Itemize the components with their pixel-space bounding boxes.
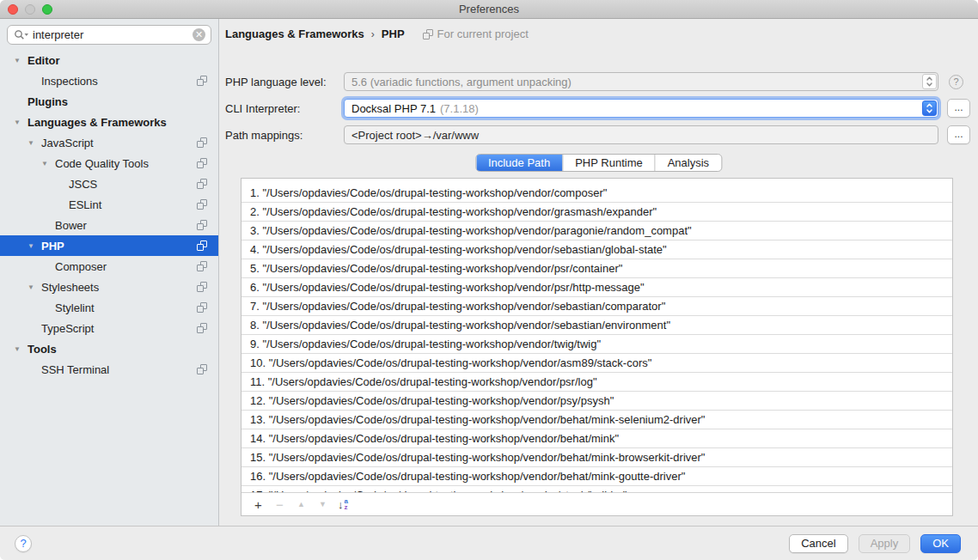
apply-button[interactable]: Apply [859,534,911,553]
search-input[interactable] [33,28,193,41]
sidebar-item-label: Inspections [41,75,98,88]
include-path-row[interactable]: 3. "/Users/opdavies/Code/os/drupal-testi… [241,222,952,240]
remove-path-icon[interactable]: − [270,496,290,514]
project-scope-icon [197,261,207,271]
title-bar: Preferences [0,0,978,19]
sidebar-item-composer[interactable]: Composer [0,256,218,277]
project-scope-icon [197,323,207,333]
expand-arrow-icon[interactable]: ▼ [26,242,41,250]
sidebar-item-label: PHP [41,240,64,253]
tab-analysis[interactable]: Analysis [655,155,721,171]
sidebar-item-label: Stylelint [55,301,95,314]
include-path-row[interactable]: 9. "/Users/opdavies/Code/os/drupal-testi… [241,335,952,354]
sidebar-item-javascript[interactable]: ▼JavaScript [0,132,218,153]
path-mappings-field[interactable]: <Project root>→/var/www [344,125,938,144]
interpreter-row: CLI Interpreter: Docksal PHP 7.1 (7.1.18… [225,99,970,118]
sidebar-item-jscs[interactable]: JSCS [0,173,218,194]
zoom-window-button[interactable] [42,4,52,15]
interpreter-browse-button[interactable]: ... [947,99,970,118]
include-path-row[interactable]: 11. "/Users/opdavies/Code/os/drupal-test… [241,373,952,392]
include-path-row[interactable]: 1. "/Users/opdavies/Code/os/drupal-testi… [241,184,952,203]
minimize-window-button[interactable] [25,4,35,15]
settings-tree: ▼EditorInspectionsPlugins▼Languages & Fr… [0,50,218,380]
include-path-row[interactable]: 12. "/Users/opdavies/Code/os/drupal-test… [241,392,952,411]
expand-arrow-icon[interactable]: ▼ [12,57,28,64]
path-mappings-browse-button[interactable]: ... [947,125,970,144]
sidebar-item-inspections[interactable]: Inspections [0,70,218,91]
include-path-row[interactable]: 17. "/Users/opdavies/Code/os/drupal-test… [241,486,952,492]
interpreter-value: Docksal PHP 7.1 [351,102,436,115]
path-mappings-label: Path mappings: [225,129,344,142]
close-window-button[interactable] [8,4,18,15]
sidebar-item-code-quality-tools[interactable]: ▼Code Quality Tools [0,153,218,173]
include-path-row[interactable]: 14. "/Users/opdavies/Code/os/drupal-test… [241,429,952,448]
sidebar-item-label: Bower [55,219,87,232]
sidebar-item-label: SSH Terminal [41,363,109,376]
search-field[interactable]: ✕ [7,25,211,45]
sidebar-item-label: Plugins [28,95,68,108]
project-scope-icon [197,240,207,251]
project-scope-icon [197,76,207,86]
project-scope-icon [197,364,207,374]
cancel-button[interactable]: Cancel [789,534,847,553]
expand-arrow-icon[interactable]: ▼ [12,119,28,126]
window-title: Preferences [0,0,978,19]
ok-button[interactable]: OK [920,534,961,553]
path-mappings-row: Path mappings: <Project root>→/var/www .… [225,125,970,144]
clear-search-icon[interactable]: ✕ [193,28,205,41]
include-path-row[interactable]: 13. "/Users/opdavies/Code/os/drupal-test… [241,411,952,429]
project-scope-icon [197,158,207,168]
sidebar-item-languages-frameworks[interactable]: ▼Languages & Frameworks [0,112,218,132]
language-level-value: 5.6 (variadic functions, argument unpack… [351,76,572,88]
search-icon [14,29,29,41]
include-path-row[interactable]: 4. "/Users/opdavies/Code/os/drupal-testi… [241,240,952,259]
sidebar-item-stylelint[interactable]: Stylelint [0,297,218,318]
interpreter-stepper-icon[interactable] [922,100,937,116]
scope-note: For current project [419,27,529,40]
sidebar-item-label: Code Quality Tools [55,157,149,170]
help-button[interactable]: ? [15,535,32,552]
project-scope-icon [197,302,207,313]
project-scope-icon [197,282,207,292]
breadcrumb: Languages & Frameworks › PHP For current… [225,27,529,40]
add-path-icon[interactable]: + [248,496,268,514]
path-mappings-value: <Project root>→/var/www [351,129,479,142]
tab-php-runtime[interactable]: PHP Runtime [562,155,655,171]
help-icon[interactable]: ? [949,75,963,89]
project-scope-icon [197,199,207,210]
interpreter-version: (7.1.18) [440,102,479,115]
include-path-row[interactable]: 16. "/Users/opdavies/Code/os/drupal-test… [241,467,952,486]
include-path-row[interactable]: 15. "/Users/opdavies/Code/os/drupal-test… [241,448,952,467]
sidebar-item-eslint[interactable]: ESLint [0,194,218,215]
include-path-row[interactable]: 7. "/Users/opdavies/Code/os/drupal-testi… [241,297,952,316]
sort-alphabetically-icon[interactable]: ↓ az [338,498,348,511]
include-path-row[interactable]: 10. "/Users/opdavies/Code/os/drupal-test… [241,354,952,373]
sidebar-item-label: Tools [28,343,57,356]
include-path-panel: 1. "/Users/opdavies/Code/os/drupal-testi… [241,178,953,516]
expand-arrow-icon[interactable]: ▼ [12,345,28,353]
move-down-icon[interactable]: ▼ [313,496,333,514]
sidebar-item-typescript[interactable]: TypeScript [0,318,218,338]
sidebar-item-php[interactable]: ▼PHP [0,235,218,256]
sidebar-item-editor[interactable]: ▼Editor [0,50,218,70]
tab-include-path[interactable]: Include Path [476,155,562,171]
sidebar-item-bower[interactable]: Bower [0,215,218,235]
include-path-row[interactable]: 2. "/Users/opdavies/Code/os/drupal-testi… [241,203,952,222]
breadcrumb-languages-frameworks[interactable]: Languages & Frameworks [225,27,364,40]
sidebar-item-ssh-terminal[interactable]: SSH Terminal [0,359,218,380]
move-up-icon[interactable]: ▲ [291,496,311,514]
sidebar-item-tools[interactable]: ▼Tools [0,338,218,359]
include-path-row[interactable]: 6. "/Users/opdavies/Code/os/drupal-testi… [241,278,952,297]
language-level-select[interactable]: 5.6 (variadic functions, argument unpack… [344,72,938,91]
settings-main-panel: Languages & Frameworks › PHP For current… [219,19,978,526]
include-path-row[interactable]: 8. "/Users/opdavies/Code/os/drupal-testi… [241,316,952,335]
expand-arrow-icon[interactable]: ▼ [26,139,41,147]
sidebar-item-stylesheets[interactable]: ▼Stylesheets [0,277,218,297]
sidebar-item-label: Languages & Frameworks [28,116,167,129]
expand-arrow-icon[interactable]: ▼ [26,283,41,291]
expand-arrow-icon[interactable]: ▼ [40,160,55,167]
interpreter-select[interactable]: Docksal PHP 7.1 (7.1.18) [344,99,938,118]
include-path-row[interactable]: 5. "/Users/opdavies/Code/os/drupal-testi… [241,259,952,278]
sidebar-item-plugins[interactable]: Plugins [0,91,218,112]
language-level-stepper-icon[interactable] [922,74,937,89]
